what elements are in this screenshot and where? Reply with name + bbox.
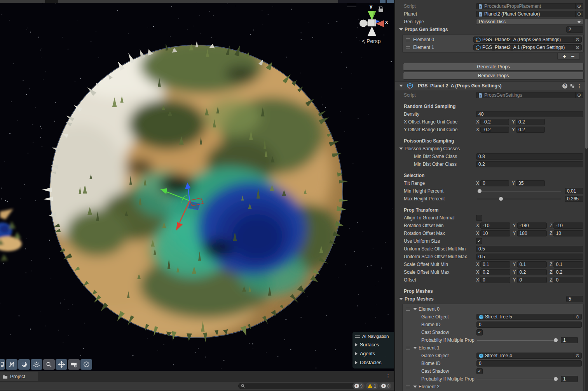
axis-neg-ball[interactable]	[359, 20, 367, 27]
density-field[interactable]: 40	[476, 111, 583, 117]
component-header[interactable]: {} PGS_Planet 2_A (Props Gen Settings) ?…	[395, 82, 585, 90]
list-item[interactable]: Element 0 {} PGS_Planet2_A (Props Gen Se…	[403, 36, 583, 43]
drag-handle-icon[interactable]	[406, 386, 410, 388]
rot-min-x[interactable]: -10	[480, 222, 510, 229]
rot-max-x[interactable]: 10	[480, 230, 510, 236]
move-tool-icon-button[interactable]	[56, 359, 67, 370]
ainav-item-agents[interactable]: Agents	[355, 351, 394, 356]
min-height-slider[interactable]	[476, 188, 562, 194]
game-object-field[interactable]: Street Tree 4 ⊙	[476, 353, 582, 359]
min-dist-other-field[interactable]: 0.2	[476, 161, 583, 167]
x-offset-y-field[interactable]: 0.2	[516, 119, 545, 125]
lock-icon[interactable]	[379, 9, 383, 12]
tilt-y-field[interactable]: 35	[516, 180, 545, 186]
info-badge[interactable]: ! 9	[352, 382, 365, 389]
probability-field[interactable]: 1	[561, 337, 578, 343]
drag-handle-icon[interactable]	[406, 46, 410, 49]
tab-project[interactable]: Project	[0, 372, 38, 382]
min-dist-same-field[interactable]: 0.8	[476, 153, 583, 160]
script-object-field[interactable]: # ProceduralPropsPlacement ⊙	[476, 3, 583, 9]
poisson-classes-foldout[interactable]: Poisson Sampling Classes	[395, 145, 585, 153]
uscale-max-field[interactable]: 0.5	[476, 254, 583, 260]
generate-props-button[interactable]: Generate Props	[403, 63, 584, 71]
offset-x[interactable]: 0	[480, 277, 510, 283]
remove-element-button[interactable]: −	[571, 53, 574, 59]
ainav-item-obstacles[interactable]: Obstacles	[355, 360, 394, 365]
effects-icon-button[interactable]	[31, 359, 42, 370]
warning-badge[interactable]: ! 1	[366, 382, 378, 389]
element-header[interactable]: Element 2	[403, 383, 583, 391]
error-badge[interactable]: ! 0	[379, 382, 391, 389]
element-header[interactable]: Element 1	[403, 344, 583, 352]
drag-handle-icon[interactable]	[406, 347, 410, 349]
rot-max-y[interactable]: 180	[517, 230, 547, 236]
min-height-field[interactable]: 0.01	[565, 188, 583, 194]
probability-slider[interactable]	[476, 337, 558, 343]
rot-min-y[interactable]: -180	[517, 222, 547, 229]
object-picker-icon[interactable]: ⊙	[575, 3, 581, 9]
max-height-slider[interactable]	[476, 196, 562, 202]
cast-shadow-checkbox[interactable]	[476, 368, 483, 374]
y-offset-x-field[interactable]: -0.2	[480, 127, 509, 133]
foldout-arrow-icon[interactable]	[399, 85, 403, 87]
camera-icon-button[interactable]	[68, 359, 80, 370]
help-icon[interactable]: ?	[562, 83, 567, 89]
compass-icon-button[interactable]	[80, 359, 92, 370]
element0-object-field[interactable]: {} PGS_Planet2_A (Props Gen Settings) ⊙	[473, 36, 582, 43]
axis-neg-y-cone[interactable]	[368, 26, 376, 36]
scale-min-z[interactable]: 0.1	[553, 261, 583, 268]
add-element-button[interactable]: +	[563, 53, 566, 59]
x-offset-x-field[interactable]: -0.2	[480, 119, 509, 125]
presets-icon[interactable]	[570, 85, 574, 87]
ainav-item-surfaces[interactable]: Surfaces	[355, 342, 394, 348]
object-picker-icon[interactable]: ⊙	[574, 45, 579, 50]
array-size-field[interactable]: 5	[566, 296, 583, 302]
component-script-field[interactable]: # PropsGenSettings ⊙	[476, 92, 583, 98]
screen-icon-button[interactable]	[0, 359, 5, 370]
object-picker-icon[interactable]: ⊙	[574, 37, 579, 42]
rot-min-z[interactable]: -10	[553, 222, 583, 229]
cast-shadow-checkbox[interactable]	[476, 329, 483, 335]
scene-view[interactable]: y x < Persp AI Navigation Surfaces Agent…	[0, 0, 394, 391]
prop-meshes-foldout[interactable]: Prop Meshes 5	[395, 295, 585, 303]
object-picker-icon[interactable]: ⊙	[574, 353, 579, 358]
ai-navigation-header[interactable]: AI Navigation	[355, 334, 394, 339]
scale-max-x[interactable]: 0.2	[480, 269, 510, 275]
component-menu-icon[interactable]: ⋮	[577, 83, 582, 89]
offset-z[interactable]: 0	[553, 277, 583, 283]
y-offset-y-field[interactable]: 0.2	[516, 127, 545, 133]
list-item[interactable]: Element 1 {} PGS_Planet2_A 1 (Props Gen …	[403, 43, 583, 51]
gen-type-dropdown[interactable]: Poisson Disc	[476, 19, 583, 25]
element-header[interactable]: Element 0	[403, 305, 583, 313]
object-picker-icon[interactable]: ⊙	[575, 92, 581, 98]
planet-object-field[interactable]: # Planet2 (Planet Generator) ⊙	[476, 11, 583, 17]
object-picker-icon[interactable]: ⊙	[574, 314, 579, 320]
biome-id-field[interactable]: 0	[476, 321, 582, 328]
scale-max-y[interactable]: 0.2	[517, 269, 547, 275]
rot-max-z[interactable]: 10	[553, 230, 583, 236]
panel-menu-icon[interactable]: ⋮	[386, 373, 391, 379]
array-size-field[interactable]: 2	[566, 26, 583, 33]
scale-min-y[interactable]: 0.1	[517, 261, 547, 268]
inspector-scrollbar[interactable]	[585, 0, 588, 391]
max-height-field[interactable]: 0.265	[565, 196, 583, 202]
scale-max-z[interactable]: 0.2	[553, 269, 583, 275]
search-input[interactable]	[245, 383, 347, 389]
uniform-size-checkbox[interactable]	[476, 238, 482, 244]
search-icon-button[interactable]	[43, 359, 55, 370]
game-object-field[interactable]: Street Tree 5 ⊙	[476, 314, 582, 320]
element1-object-field[interactable]: {} PGS_Planet2_A 1 (Props Gen Settings) …	[473, 44, 582, 50]
biome-id-field[interactable]: 0	[476, 360, 582, 367]
remove-props-button[interactable]: Remove Props	[403, 72, 584, 80]
offset-y[interactable]: 0	[517, 277, 547, 283]
perspective-toggle[interactable]: < Persp	[362, 38, 381, 44]
overlay-drag-handle[interactable]	[347, 4, 356, 7]
probability-field[interactable]: 1	[561, 376, 578, 382]
object-picker-icon[interactable]: ⊙	[575, 11, 581, 17]
uscale-min-field[interactable]: 0.5	[476, 246, 583, 252]
align-checkbox[interactable]	[476, 215, 482, 221]
sphere-icon-button[interactable]	[18, 359, 30, 370]
scrollbar-thumb[interactable]	[585, 19, 588, 149]
project-search[interactable]	[238, 383, 356, 389]
props-gen-settings-foldout[interactable]: Props Gen Settings 2	[395, 26, 585, 33]
